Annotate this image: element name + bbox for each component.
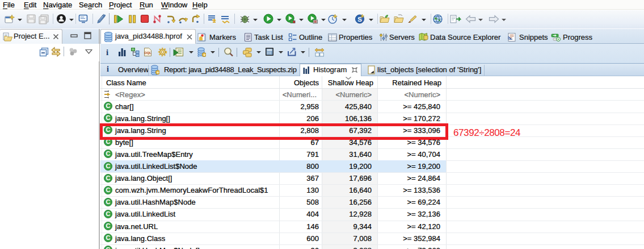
svg-text:OQL: OQL <box>144 51 151 55</box>
svg-text:S: S <box>357 16 362 23</box>
